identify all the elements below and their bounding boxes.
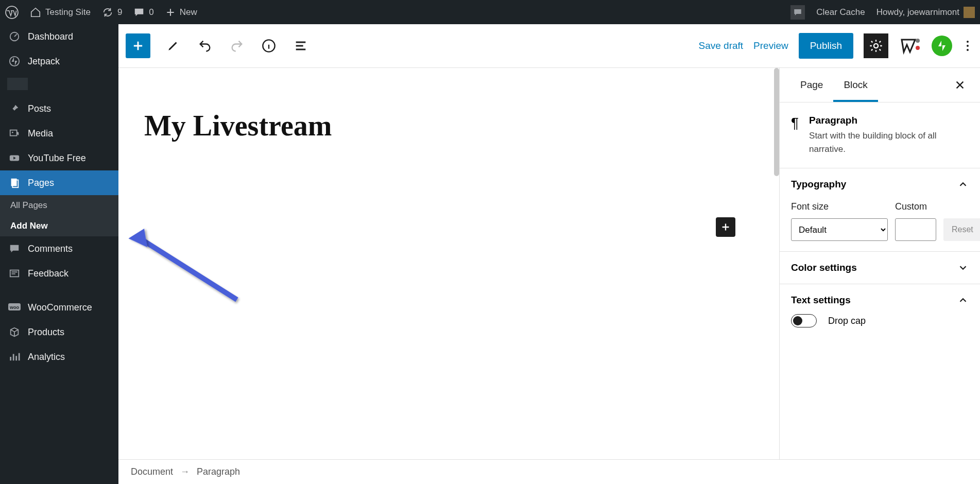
yoast-button[interactable] [899, 36, 921, 56]
refresh-icon [102, 7, 113, 18]
custom-size-label: Custom [895, 201, 936, 212]
media-icon [8, 127, 21, 140]
menu-youtube-free[interactable]: YouTube Free [0, 146, 118, 170]
edit-mode-button[interactable] [164, 37, 182, 55]
menu-dashboard[interactable]: Dashboard [0, 24, 118, 49]
paragraph-icon: ¶ [791, 116, 799, 155]
breadcrumb-root[interactable]: Document [131, 466, 173, 477]
collapse-placeholder [7, 78, 28, 90]
text-section: Text settings Drop cap [780, 284, 980, 338]
wordpress-icon [5, 6, 19, 19]
menu-posts[interactable]: Posts [0, 96, 118, 121]
new-content-link[interactable]: New [165, 7, 197, 18]
wordpress-logo[interactable] [5, 6, 19, 19]
font-size-label: Font size [791, 201, 888, 212]
svg-text:woo: woo [9, 305, 19, 310]
svg-point-2 [10, 57, 19, 66]
block-settings-panel: Page Block ¶ Paragraph Start with the bu… [779, 68, 980, 459]
new-label: New [180, 7, 197, 18]
preview-button[interactable]: Preview [753, 40, 788, 51]
menu-media[interactable]: Media [0, 121, 118, 146]
updates-link[interactable]: 9 [102, 7, 122, 18]
text-toggle[interactable]: Text settings [791, 295, 969, 306]
dashboard-icon [8, 30, 21, 43]
font-size-select[interactable]: Default [791, 218, 888, 241]
jetpack-icon [8, 55, 21, 67]
redo-button[interactable] [228, 37, 246, 55]
save-draft-button[interactable]: Save draft [698, 40, 743, 51]
pages-icon [8, 177, 21, 189]
breadcrumb-current[interactable]: Paragraph [197, 466, 240, 477]
pencil-icon [166, 39, 180, 53]
chevron-up-icon [957, 179, 969, 190]
speech-icon [793, 8, 802, 17]
submenu-all-pages[interactable]: All Pages [0, 195, 118, 216]
feedback-icon [8, 267, 21, 280]
svg-point-13 [916, 39, 920, 43]
comments-count: 0 [149, 7, 153, 18]
site-link[interactable]: Testing Site [30, 7, 91, 18]
reset-button[interactable]: Reset [943, 218, 980, 241]
woocommerce-icon: woo [8, 301, 21, 314]
add-block-inline-button[interactable] [716, 217, 735, 237]
products-icon [8, 326, 21, 338]
undo-button[interactable] [196, 37, 214, 55]
info-icon [262, 39, 276, 53]
tab-page[interactable]: Page [790, 68, 833, 102]
svg-point-4 [12, 132, 13, 133]
publish-button[interactable]: Publish [799, 33, 853, 59]
menu-feedback[interactable]: Feedback [0, 261, 118, 286]
menu-jetpack[interactable]: Jetpack [0, 49, 118, 74]
chevron-down-icon [957, 262, 969, 273]
plus-icon [720, 221, 731, 233]
menu-analytics[interactable]: Analytics [0, 344, 118, 369]
comments-link[interactable]: 0 [133, 7, 153, 18]
jetpack-button[interactable] [932, 36, 952, 56]
undo-icon [198, 39, 212, 53]
updates-count: 9 [117, 7, 122, 18]
info-button[interactable] [260, 37, 278, 55]
color-toggle[interactable]: Color settings [791, 262, 969, 273]
submenu-add-new[interactable]: Add New [0, 216, 118, 236]
block-description-text: Start with the building block of all nar… [809, 129, 969, 155]
admin-bar: Testing Site 9 0 New Clear Cache Howdy, … [0, 0, 980, 24]
page-title[interactable]: My Livestream [144, 109, 753, 142]
typography-toggle[interactable]: Typography [791, 179, 969, 190]
breadcrumb-separator: → [180, 466, 190, 477]
user-account-link[interactable]: Howdy, joewarnimont [876, 7, 975, 18]
drop-cap-toggle[interactable] [791, 314, 817, 327]
pages-submenu: All Pages Add New [0, 195, 118, 236]
outline-button[interactable] [291, 37, 310, 55]
site-name: Testing Site [45, 7, 91, 18]
youtube-icon [8, 152, 21, 164]
clear-cache-link[interactable]: Clear Cache [816, 7, 865, 18]
pin-icon [8, 102, 21, 115]
svg-rect-3 [10, 130, 17, 136]
admin-sidebar: Dashboard Jetpack Posts Media YouTube Fr… [0, 24, 118, 484]
menu-products[interactable]: Products [0, 320, 118, 344]
annotation-arrow [124, 228, 257, 310]
close-settings-button[interactable] [950, 75, 970, 95]
menu-pages[interactable]: Pages [0, 170, 118, 195]
user-avatar [964, 7, 975, 18]
notification-button[interactable] [790, 5, 805, 20]
menu-woocommerce[interactable]: woo WooCommerce [0, 295, 118, 320]
svg-point-12 [874, 44, 878, 48]
editor-body: My Livestream Page Block ¶ [118, 68, 980, 459]
analytics-icon [8, 351, 21, 363]
custom-size-input[interactable] [895, 218, 936, 241]
plus-icon [165, 7, 176, 18]
tab-block[interactable]: Block [833, 68, 878, 102]
svg-point-14 [916, 46, 920, 50]
more-options-button[interactable] [962, 37, 973, 55]
chevron-up-icon [957, 295, 969, 306]
settings-toggle[interactable] [864, 33, 888, 58]
block-description: ¶ Paragraph Start with the building bloc… [780, 102, 980, 168]
scrollbar-thumb[interactable] [774, 68, 779, 176]
redo-icon [230, 39, 244, 53]
menu-comments[interactable]: Comments [0, 236, 118, 261]
drop-cap-label: Drop cap [828, 316, 866, 326]
add-block-button[interactable] [126, 33, 150, 58]
list-icon [294, 39, 308, 53]
editor-canvas[interactable]: My Livestream [118, 68, 779, 459]
